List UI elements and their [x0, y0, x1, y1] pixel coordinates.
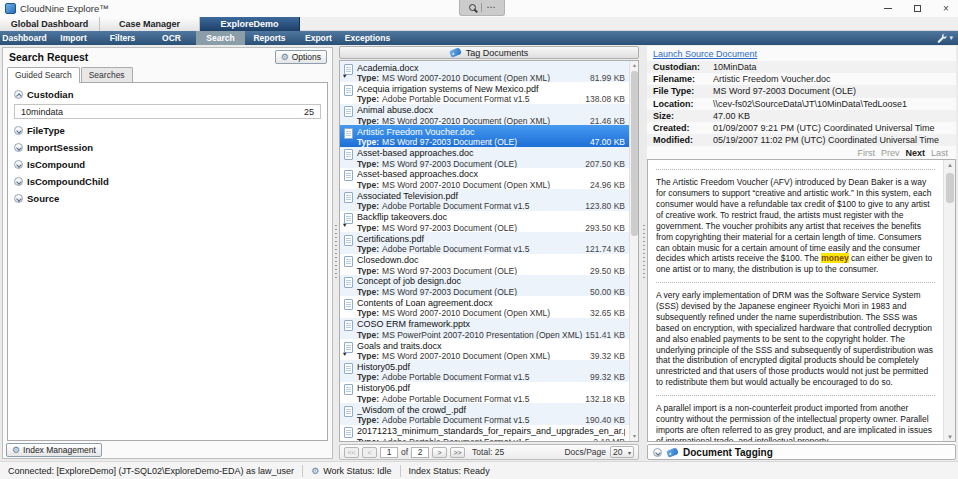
- document-type: MS Word 97-2003 Document (OLE): [382, 159, 517, 168]
- document-row[interactable]: ▾ Academia.docx Type: MS Word 2007-2010 …: [340, 61, 629, 82]
- document-row[interactable]: ▾ Goals and traits.docx Type: MS Word 20…: [340, 339, 629, 360]
- hit-nav-link[interactable]: Prev: [881, 148, 900, 158]
- divider: [481, 3, 482, 12]
- accordion-section[interactable]: IsCompoundChild: [10, 173, 325, 190]
- scroll-down-icon[interactable]: ▾: [630, 432, 639, 441]
- type-label: Type:: [357, 159, 379, 168]
- prev-page-button[interactable]: <: [362, 447, 377, 458]
- guided-search-body: Custodian 10mindata 25 FileType ImportSe…: [7, 82, 328, 441]
- document-row[interactable]: History06.pdf Type: Adobe Portable Docum…: [340, 382, 629, 403]
- document-row[interactable]: Animal abuse.docx Type: MS Word 2007-201…: [340, 104, 629, 125]
- launch-source-document-link[interactable]: Launch Source Document: [647, 46, 763, 60]
- ellipsis-icon[interactable]: ⋯: [487, 4, 496, 11]
- document-row[interactable]: Certifications.pdf Type: Adobe Portable …: [340, 232, 629, 253]
- document-row[interactable]: COSO ERM framework.pptx Type: MS PowerPo…: [340, 318, 629, 339]
- scroll-up-icon[interactable]: ▴: [944, 160, 956, 169]
- ribbon-tab[interactable]: Import: [49, 31, 98, 45]
- document-row[interactable]: Acequia irrigation systems of New Mexico…: [340, 82, 629, 103]
- scrollbar-thumb[interactable]: [946, 173, 954, 203]
- index-management-button[interactable]: ⚙ Index Management: [6, 443, 102, 457]
- last-page-button[interactable]: >>: [450, 447, 465, 458]
- expand-arrow-icon[interactable]: ▾: [343, 350, 346, 358]
- accordion-section[interactable]: FileType: [10, 122, 325, 139]
- document-meta-line: Type: Adobe Portable Document Format v1.…: [357, 415, 625, 424]
- next-page-button[interactable]: >: [432, 447, 447, 458]
- scroll-down-icon[interactable]: ▾: [944, 432, 956, 441]
- options-button[interactable]: ⚙ Options: [275, 50, 327, 64]
- screenshot-overlay-toolbar[interactable]: ⋯: [459, 0, 505, 16]
- accordion-section[interactable]: ImportSession: [10, 139, 325, 156]
- accordion-custodian[interactable]: Custodian: [10, 86, 325, 103]
- preview-scrollbar[interactable]: ▴ ▾: [943, 160, 955, 441]
- document-row[interactable]: Associated Television.pdf Type: Adobe Po…: [340, 189, 629, 210]
- case-tab[interactable]: Global Dashboard: [0, 17, 100, 31]
- document-row[interactable]: History05.pdf Type: Adobe Portable Docum…: [340, 360, 629, 381]
- first-page-button[interactable]: <<: [344, 447, 359, 458]
- document-type: MS Word 97-2003 Document (OLE): [382, 266, 517, 275]
- document-size: 190.40 KB: [585, 415, 625, 424]
- hit-nav-link[interactable]: First: [857, 148, 875, 158]
- maximize-button[interactable]: [911, 3, 923, 15]
- document-row[interactable]: Closedown.doc Type: MS Word 97-2003 Docu…: [340, 254, 629, 275]
- ribbon-tab[interactable]: Search: [196, 31, 245, 45]
- chevron-down-icon: [653, 448, 662, 457]
- ribbon-tabs: Dashboard Import Filters OCR Search Repo…: [0, 31, 392, 45]
- splitter-left[interactable]: [334, 47, 338, 459]
- chevron-up-icon: [14, 90, 23, 99]
- accordion-section[interactable]: IsCompound: [10, 156, 325, 173]
- ribbon-tab[interactable]: Dashboard: [0, 31, 49, 45]
- metadata-row: Modified: 05/19/2007 11:02 PM (UTC) Coor…: [647, 134, 956, 146]
- scrollbar-thumb[interactable]: [631, 71, 638, 236]
- hit-nav-link[interactable]: Next: [905, 148, 925, 158]
- ribbon-tools[interactable]: ▾: [936, 32, 953, 44]
- document-type: MS Word 2007-2010 Document (Open XML): [382, 308, 550, 317]
- expand-arrow-icon[interactable]: ▾: [343, 221, 346, 229]
- ribbon-tab[interactable]: OCR: [147, 31, 196, 45]
- accordion-section[interactable]: Source: [10, 190, 325, 207]
- document-row[interactable]: Artistic Freedom Voucher.doc Type: MS Wo…: [340, 125, 629, 146]
- case-tab[interactable]: ExploreDemo: [200, 17, 300, 31]
- scroll-up-icon[interactable]: ▴: [630, 61, 639, 70]
- document-row[interactable]: Asset-based approaches.doc Type: MS Word…: [340, 147, 629, 168]
- custodian-facet-row[interactable]: 10mindata 25: [14, 104, 321, 119]
- document-icon: [344, 299, 353, 310]
- document-size: 2.18 MB: [593, 437, 625, 442]
- hit-nav-link[interactable]: Last: [931, 148, 948, 158]
- tab-guided-search[interactable]: Guided Search: [7, 67, 80, 83]
- doclist-scrollbar[interactable]: ▴ ▾: [629, 61, 638, 441]
- tag-documents-button[interactable]: Tag Documents: [339, 46, 639, 59]
- document-tagging-bar[interactable]: Document Tagging: [647, 444, 956, 460]
- tab-searches[interactable]: Searches: [81, 67, 133, 82]
- document-meta-line: Type: MS PowerPoint 2007-2010 Presentati…: [357, 330, 625, 339]
- magnifier-icon[interactable]: [469, 4, 476, 11]
- accordion-label: ImportSession: [27, 142, 93, 153]
- document-row[interactable]: _Wisdom of the crowd_.pdf Type: Adobe Po…: [340, 403, 629, 424]
- ribbon-tab[interactable]: Exceptions: [343, 31, 392, 45]
- tag-icon: [666, 447, 679, 458]
- current-page-input[interactable]: 1: [380, 447, 398, 458]
- minimize-icon: [884, 8, 892, 9]
- ribbon-tab[interactable]: Export: [294, 31, 343, 45]
- docs-per-page-select[interactable]: 20 ▾: [610, 446, 634, 458]
- document-row[interactable]: ▾ Backflip takeovers.doc Type: MS Word 9…: [340, 211, 629, 232]
- document-row[interactable]: Contents of Loan agreement.docx Type: MS…: [340, 296, 629, 317]
- document-row[interactable]: Asset-based approaches.docx Type: MS Wor…: [340, 168, 629, 189]
- document-name: Academia.docx: [357, 63, 625, 73]
- splitter-right[interactable]: [642, 47, 646, 459]
- ribbon-tab[interactable]: Filters: [98, 31, 147, 45]
- expand-arrow-icon[interactable]: ▾: [343, 72, 346, 80]
- ribbon-tab[interactable]: Reports: [245, 31, 294, 45]
- document-type: Adobe Portable Document Format v1.5: [382, 415, 529, 424]
- close-button[interactable]: ×: [940, 3, 952, 15]
- case-tab[interactable]: Case Manager: [100, 17, 200, 31]
- document-meta-line: Type: MS Word 97-2003 Document (OLE) 293…: [357, 223, 625, 232]
- chevron-down-icon: ▾: [949, 34, 953, 42]
- document-type: MS Word 2007-2010 Document (Open XML): [382, 116, 550, 125]
- docs-per-page-value: 20: [613, 447, 622, 457]
- minimize-button[interactable]: [882, 3, 894, 15]
- preview-paragraph: A very early implementation of DRM was t…: [654, 290, 937, 388]
- document-row[interactable]: Concept of job design.doc Type: MS Word …: [340, 275, 629, 296]
- type-label: Type:: [357, 116, 379, 125]
- facet-count: 25: [304, 107, 314, 117]
- document-row[interactable]: 20171213_minimum_standards_for_repairs_a…: [340, 425, 629, 442]
